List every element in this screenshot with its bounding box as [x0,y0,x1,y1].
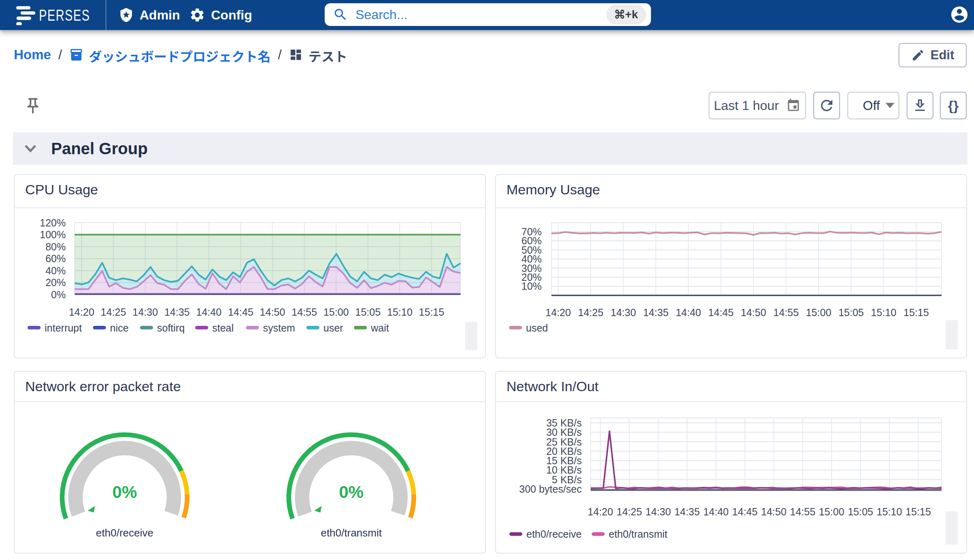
svg-text:70%: 70% [521,226,542,237]
svg-text:14:45: 14:45 [228,306,254,318]
svg-text:used: used [526,322,548,334]
svg-text:14:30: 14:30 [611,307,636,318]
svg-text:14:20: 14:20 [588,506,613,517]
svg-text:0%: 0% [51,289,66,300]
svg-text:14:50: 14:50 [761,506,787,517]
svg-text:15:05: 15:05 [355,306,381,318]
svg-text:15:10: 15:10 [877,506,902,517]
svg-text:15:10: 15:10 [871,307,896,318]
svg-text:14:20: 14:20 [545,307,571,318]
svg-text:15:00: 15:00 [819,506,845,517]
svg-text:wait: wait [371,322,389,334]
svg-text:300 bytes/sec: 300 bytes/sec [519,483,582,495]
svg-text:120%: 120% [40,217,66,228]
svg-text:14:45: 14:45 [732,506,758,517]
svg-text:eth0/receive: eth0/receive [526,528,582,540]
svg-text:14:55: 14:55 [774,307,799,318]
svg-text:15:10: 15:10 [387,306,413,318]
svg-text:14:40: 14:40 [196,306,222,318]
svg-text:60%: 60% [45,253,66,264]
svg-text:system: system [263,322,295,334]
svg-text:softirq: softirq [157,322,185,334]
svg-text:15:00: 15:00 [323,306,349,318]
svg-text:eth0/transmit: eth0/transmit [609,528,668,540]
svg-text:14:25: 14:25 [616,506,642,517]
svg-text:steal: steal [212,322,234,334]
svg-text:15:05: 15:05 [838,307,864,318]
svg-text:14:40: 14:40 [676,307,701,318]
svg-text:100%: 100% [40,229,66,240]
svg-text:80%: 80% [45,241,66,252]
svg-text:14:30: 14:30 [133,306,158,318]
svg-text:14:35: 14:35 [164,306,190,318]
svg-text:eth0/receive: eth0/receive [96,527,153,539]
svg-text:15:00: 15:00 [806,307,832,318]
svg-text:user: user [323,322,343,334]
svg-text:14:35: 14:35 [643,307,669,318]
svg-text:14:50: 14:50 [260,306,285,318]
svg-text:0%: 0% [339,482,364,502]
svg-text:14:50: 14:50 [741,307,766,318]
svg-text:nice: nice [110,322,129,334]
svg-text:14:55: 14:55 [292,306,317,318]
svg-text:14:20: 14:20 [69,306,95,318]
svg-text:eth0/transmit: eth0/transmit [321,527,382,539]
svg-text:15:15: 15:15 [905,506,931,517]
svg-text:14:25: 14:25 [578,307,603,318]
svg-text:14:45: 14:45 [708,307,734,318]
svg-text:15:05: 15:05 [848,506,873,517]
svg-text:14:35: 14:35 [674,506,700,517]
svg-text:40%: 40% [45,265,66,276]
svg-text:interrupt: interrupt [45,322,82,334]
svg-text:14:55: 14:55 [790,506,816,517]
svg-text:15:15: 15:15 [903,307,929,318]
svg-text:15:15: 15:15 [419,306,444,318]
svg-text:14:30: 14:30 [646,506,671,517]
svg-text:20%: 20% [45,277,66,288]
svg-text:14:40: 14:40 [703,506,729,517]
svg-text:0%: 0% [112,482,137,502]
svg-text:14:25: 14:25 [101,306,126,318]
